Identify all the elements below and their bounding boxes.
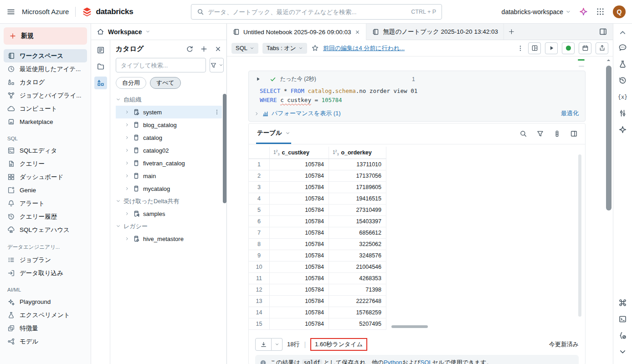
tree-item[interactable]: catalog02: [116, 144, 222, 157]
terminal-icon[interactable]: [618, 315, 627, 323]
scroll-up-arrow-icon[interactable]: [606, 57, 611, 63]
sidebar-item-クエリー[interactable]: クエリー: [4, 157, 87, 170]
table-row[interactable]: 71057846856612: [249, 227, 585, 239]
sidebar-item-アラート[interactable]: アラート: [4, 197, 87, 210]
add-visualization-icon[interactable]: [310, 130, 318, 138]
sidebar-item-SQLウェアハウス[interactable]: SQLウェアハウス: [4, 223, 87, 236]
table-row[interactable]: 1410578415768259: [249, 307, 585, 318]
run-cell-icon[interactable]: [255, 76, 261, 82]
history-icon[interactable]: [618, 76, 627, 85]
sidebar-item-コンピュート[interactable]: コンピュート: [4, 102, 87, 115]
column-header[interactable]: 123c_custkey: [270, 147, 329, 159]
table-row[interactable]: 210578417137056: [249, 170, 585, 182]
sidebar-item-カタログ[interactable]: カタログ: [4, 76, 87, 89]
layout-button[interactable]: [528, 42, 541, 54]
filter-pill[interactable]: 自分用: [116, 77, 146, 89]
panel-right-icon[interactable]: [599, 27, 607, 36]
catalog-rail-button[interactable]: [94, 77, 107, 89]
download-options-button[interactable]: [272, 338, 283, 351]
workspace-selector[interactable]: databricks-workspace: [502, 8, 571, 15]
table-row[interactable]: 1010578421004546: [249, 261, 585, 273]
download-button[interactable]: [255, 338, 272, 351]
sql-link[interactable]: SQL: [421, 359, 432, 364]
python-link[interactable]: Python: [384, 359, 402, 364]
filter-results-icon[interactable]: [536, 130, 544, 138]
sidebar-item-Playground[interactable]: Playground: [4, 295, 87, 308]
last-edit-link[interactable]: 前回の編集は4 分前に行われ...: [323, 44, 405, 52]
brace-check-icon[interactable]: [618, 331, 627, 340]
folder-rail-button[interactable]: [94, 60, 107, 73]
tree-item[interactable]: blog_catalog: [116, 118, 222, 131]
hamburger-icon[interactable]: [6, 7, 15, 16]
tree-group[interactable]: レガシー: [116, 220, 222, 232]
notebook-scrollbar-thumb[interactable]: [606, 66, 611, 210]
sidebar-item-ジョブとパイプライ...[interactable]: ジョブとパイプライ...: [4, 89, 87, 102]
table-row[interactable]: 310578417189605: [249, 182, 585, 193]
tree-item[interactable]: catalog: [116, 131, 222, 144]
new-button[interactable]: 新規: [4, 27, 87, 45]
results-scroll-down-icon[interactable]: [577, 319, 582, 325]
column-header[interactable]: 123o_orderkey: [329, 147, 386, 159]
chevron-down-icon[interactable]: [618, 348, 627, 356]
sidebar-item-特徴量[interactable]: 特徴量: [4, 322, 87, 335]
table-row[interactable]: 1210578471398: [249, 284, 585, 296]
tree-item[interactable]: hive_metastore: [116, 232, 222, 245]
table-row[interactable]: 111057844268353: [249, 273, 585, 284]
sidebar-item-エクスペリメント[interactable]: エクスペリメント: [4, 308, 87, 322]
star-icon[interactable]: [311, 44, 319, 52]
sidebar-item-Marketplace[interactable]: Marketplace: [4, 115, 87, 128]
results-vscroll-thumb[interactable]: [578, 154, 581, 317]
table-row[interactable]: 81057843225062: [249, 239, 585, 250]
sidebar-item-ワークスペース[interactable]: ワークスペース: [4, 49, 87, 62]
comment-icon[interactable]: [618, 43, 627, 52]
sql-code-editor[interactable]: SELECT * FROM catalog.schema.no zorder v…: [249, 85, 585, 108]
filter-pill[interactable]: すべて: [150, 77, 181, 89]
run-all-button[interactable]: [545, 42, 558, 54]
table-row[interactable]: 91057843248576: [249, 250, 585, 261]
toc-rail-button[interactable]: [94, 44, 107, 56]
search-results-icon[interactable]: [519, 130, 527, 138]
tree-item[interactable]: fivetran_catalog: [116, 157, 222, 169]
performance-link[interactable]: パフォーマンスを表示 (1): [272, 109, 341, 118]
tree-item[interactable]: samples: [116, 207, 222, 220]
flask-icon[interactable]: [618, 60, 627, 68]
share-button[interactable]: [596, 42, 608, 54]
sidebar-item-クエリー履歴[interactable]: クエリー履歴: [4, 210, 87, 223]
avatar[interactable]: Q: [613, 5, 626, 18]
global-search[interactable]: CTRL + P: [191, 4, 442, 20]
table-row[interactable]: 410578419416515: [249, 193, 585, 205]
tree-group[interactable]: 受け取ったDelta共有: [116, 195, 222, 207]
kebab-icon[interactable]: [517, 45, 524, 52]
schedule-button[interactable]: [579, 42, 591, 54]
tree-group[interactable]: 自組織: [116, 93, 222, 106]
close-icon[interactable]: [214, 45, 222, 53]
catalog-search-input[interactable]: [116, 58, 206, 72]
sidebar-item-最近使用したアイテ...[interactable]: 最近使用したアイテ...: [4, 62, 87, 76]
plus-icon[interactable]: [200, 45, 208, 53]
panel-layout-icon[interactable]: [570, 130, 578, 138]
tabs-toggle[interactable]: Tabs : オン: [262, 43, 307, 54]
sidebar-item-モデル[interactable]: モデル: [4, 335, 87, 348]
chevron-down-icon[interactable]: [145, 29, 150, 34]
tree-item[interactable]: main: [116, 169, 222, 182]
rows-icon[interactable]: [553, 130, 561, 138]
apps-grid-icon[interactable]: [596, 7, 605, 16]
language-selector[interactable]: SQL: [231, 43, 258, 54]
sidebar-item-Genie[interactable]: Genie: [4, 184, 87, 197]
chevron-right-icon[interactable]: [254, 111, 259, 116]
global-search-input[interactable]: [208, 9, 407, 15]
tree-item[interactable]: system: [116, 106, 222, 118]
notebook-tab[interactable]: 無題のノートブック 2025-10-20 13:42:03: [366, 24, 504, 40]
sidebar-item-ダッシュボード[interactable]: ダッシュボード: [4, 170, 87, 184]
refresh-icon[interactable]: [186, 45, 194, 53]
catalog-filter-button[interactable]: [210, 58, 224, 72]
sidebar-item-データ取り込み[interactable]: データ取り込み: [4, 267, 87, 280]
sidebar-item-ジョブラン[interactable]: ジョブラン: [4, 253, 87, 267]
table-row[interactable]: 1310578422227648: [249, 296, 585, 307]
braces-x-icon[interactable]: {x}: [618, 92, 627, 101]
table-row[interactable]: 610578415403397: [249, 216, 585, 227]
new-tab-button[interactable]: [504, 24, 519, 40]
table-row[interactable]: 110578413711010: [249, 159, 585, 170]
table-row[interactable]: 151057845207495: [249, 318, 585, 330]
results-table-tab[interactable]: テーブル: [256, 123, 291, 144]
